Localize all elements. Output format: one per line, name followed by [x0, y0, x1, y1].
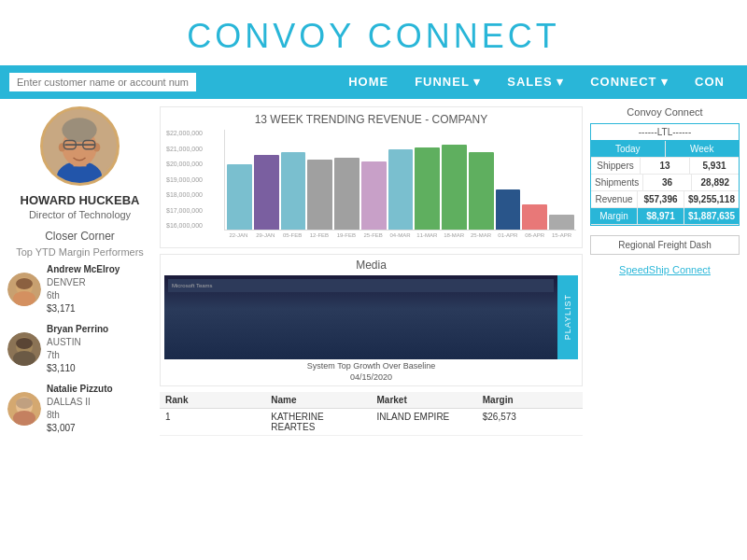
bar-1: [254, 155, 279, 230]
y-label-7: $16,000,000: [166, 222, 224, 229]
performer-3-avatar: [7, 392, 41, 426]
bar-8: [442, 145, 467, 230]
bar-7: [415, 147, 440, 230]
x-label-7: 11-MAR: [415, 232, 440, 238]
x-label-0: 22-JAN: [226, 232, 251, 238]
convoy-connect-title: Convoy Connect: [590, 106, 740, 118]
ltl-row-2: Revenue $57,396 $9,255,118: [591, 191, 739, 208]
center-content: 13 WEEK TRENDING REVENUE - COMPANY $22,0…: [160, 106, 583, 511]
x-label-3: 12-FEB: [307, 232, 332, 238]
y-label-2: $21,000,000: [166, 146, 224, 152]
ltl-week-3: $1,887,635: [684, 208, 739, 224]
ltl-box: ------LTL------ Today Week Shippers 13 5…: [590, 123, 740, 226]
svg-point-12: [13, 291, 35, 306]
sidebar: HOWARD HUCKEBA Director of Technology Cl…: [7, 106, 152, 511]
svg-point-20: [13, 411, 35, 426]
chart-area: $22,000,000 $21,000,000 $20,000,000 $19,…: [166, 130, 576, 242]
ltl-col-today: Today: [591, 141, 666, 157]
performer-3: Natalie Pizzuto DALLAS II 8th $3,007: [7, 383, 152, 435]
app-title: CONVOY CONNECT: [0, 17, 747, 56]
bar-12: [549, 215, 574, 230]
chart-title: 13 WEEK TRENDING REVENUE - COMPANY: [166, 113, 576, 126]
svg-point-16: [13, 351, 35, 366]
performer-2-info: Bryan Perrino AUSTIN 7th $3,110: [47, 323, 108, 375]
x-label-12: 15-APR: [549, 232, 574, 238]
video-caption-1: System Top Growth Over Baseline: [164, 361, 578, 371]
cell-rank: 1: [160, 409, 265, 435]
ltl-today-3: $8,971: [638, 208, 684, 224]
svg-point-17: [16, 338, 33, 349]
playlist-label: PLAYLIST: [563, 294, 572, 340]
right-panel: Convoy Connect ------LTL------ Today Wee…: [590, 106, 740, 511]
performer-1-avatar: [7, 273, 41, 306]
customer-search-input[interactable]: [9, 73, 196, 91]
video-player: Microsoft Teams PLAYLIST: [164, 275, 578, 359]
table-row: 1 KATHERINE REARTES INLAND EMPIRE $26,57…: [160, 409, 583, 436]
nav-sales[interactable]: SALES ▾: [494, 65, 577, 99]
ltl-row-1: Shipments 36 28,892: [591, 175, 739, 191]
performer-2: Bryan Perrino AUSTIN 7th $3,110: [7, 323, 152, 375]
user-avatar: [40, 106, 120, 186]
bar-11: [522, 204, 547, 230]
nav-home[interactable]: HOME: [335, 65, 402, 99]
performer-1: Andrew McElroy DENVER 6th $3,171: [7, 263, 152, 315]
x-label-11: 08-APR: [522, 232, 547, 238]
x-label-1: 29-JAN: [253, 232, 278, 238]
bar-4: [334, 158, 359, 230]
ltl-week-1: 28,892: [692, 175, 739, 190]
media-section: Media Microsoft Teams PLAYLIST System To…: [160, 254, 583, 386]
x-label-8: 18-MAR: [442, 232, 467, 238]
ltl-today-1: 36: [643, 175, 691, 190]
ltl-row-3: Margin $8,971 $1,887,635: [591, 208, 739, 225]
nav-funnel[interactable]: FUNNEL ▾: [402, 65, 494, 99]
video-caption-2: 04/15/2020: [164, 372, 578, 382]
cell-name: KATHERINE REARTES: [265, 409, 371, 435]
ltl-col-week: Week: [666, 141, 740, 157]
speedship-connect-link[interactable]: SpeedShip Connect: [590, 264, 740, 275]
nav-connect[interactable]: CONNECT ▾: [577, 65, 682, 99]
bar-9: [469, 152, 494, 230]
playlist-tab[interactable]: PLAYLIST: [557, 275, 578, 359]
user-name: HOWARD HUCKEBA: [21, 193, 140, 207]
y-label-1: $22,000,000: [166, 130, 224, 136]
nav-con[interactable]: CON: [682, 65, 738, 99]
ltl-week-2: $9,255,118: [684, 191, 739, 207]
x-label-6: 04-MAR: [388, 232, 413, 238]
bar-6: [388, 149, 414, 230]
app-header: CONVOY CONNECT: [0, 0, 747, 65]
col-margin: Margin: [477, 392, 583, 408]
x-label-9: 25-MAR: [469, 232, 494, 238]
bar-10: [496, 189, 521, 230]
revenue-chart-section: 13 WEEK TRENDING REVENUE - COMPANY $22,0…: [160, 106, 583, 248]
top-performers-label: Top YTD Margin Performers: [16, 246, 144, 258]
x-label-4: 19-FEB: [333, 232, 359, 238]
x-label-5: 25-FEB: [360, 232, 386, 238]
bars-area: [224, 130, 576, 231]
ltl-today-2: $57,396: [638, 191, 684, 207]
navbar: HOME FUNNEL ▾ SALES ▾ CONNECT ▾ CON: [0, 65, 747, 99]
nav-items: HOME FUNNEL ▾ SALES ▾ CONNECT ▾ CON: [335, 65, 738, 99]
col-name: Name: [265, 392, 371, 408]
main-content: HOWARD HUCKEBA Director of Technology Cl…: [0, 99, 747, 519]
ltl-row-0: Shippers 13 5,931: [591, 158, 739, 175]
cell-margin: $26,573: [477, 409, 583, 435]
svg-point-13: [16, 278, 33, 289]
y-label-5: $18,000,000: [166, 191, 224, 198]
svg-rect-7: [64, 144, 95, 146]
regional-freight-button[interactable]: Regional Freight Dash: [590, 235, 740, 255]
ltl-data-rows: Shippers 13 5,931 Shipments 36 28,892 Re…: [591, 158, 739, 225]
leaderboard-table: Rank Name Market Margin 1 KATHERINE REAR…: [160, 392, 583, 436]
video-toolbar: Microsoft Teams: [168, 279, 554, 292]
col-market: Market: [372, 392, 477, 408]
ltl-col-headers-row: Today Week: [591, 141, 739, 158]
bar-2: [281, 152, 306, 230]
performer-2-avatar: [7, 332, 41, 366]
performer-3-info: Natalie Pizzuto DALLAS II 8th $3,007: [47, 383, 113, 435]
ltl-label-1: Shipments: [591, 175, 643, 190]
x-label-2: 05-FEB: [280, 232, 305, 238]
svg-point-21: [16, 398, 33, 409]
svg-point-4: [62, 118, 96, 142]
y-label-4: $19,000,000: [166, 176, 224, 183]
closer-corner-label: Closer Corner: [45, 230, 115, 243]
ltl-header: ------LTL------: [591, 124, 739, 141]
